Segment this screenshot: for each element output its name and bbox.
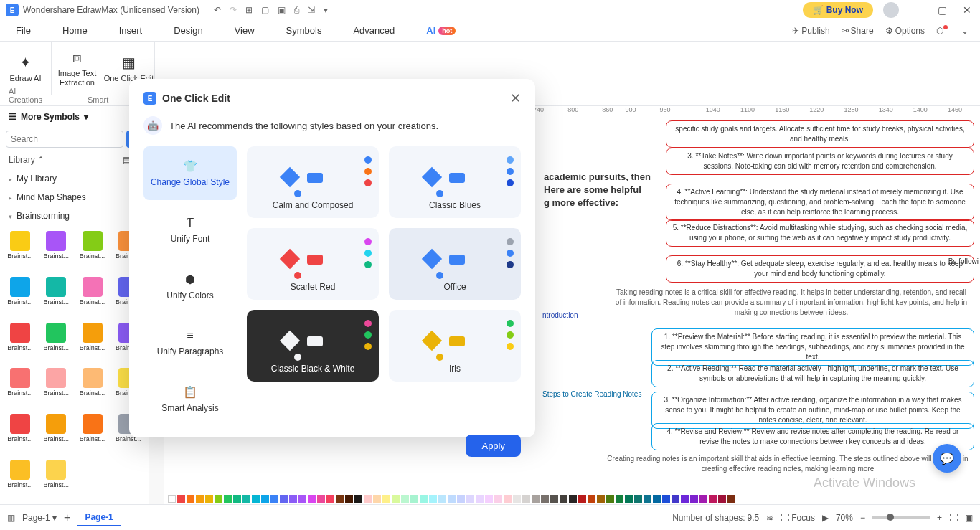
opt-unify-colors[interactable]: ⬢Unify Colors <box>143 260 237 313</box>
color-swatch[interactable] <box>588 495 595 503</box>
layers-icon[interactable]: ≋ <box>766 513 773 523</box>
notifications-icon[interactable]: ⬡ <box>936 26 950 36</box>
color-swatch[interactable] <box>709 495 717 503</box>
shape-item[interactable]: Brainst... <box>39 274 73 318</box>
opt-change-global-style[interactable]: 👕Change Global Style <box>143 146 237 200</box>
red-note-0[interactable]: specific study goals and targets. Alloca… <box>666 120 974 148</box>
menu-view[interactable]: View <box>219 20 270 41</box>
opt-unify-paragraphs[interactable]: ≡Unify Paragraphs <box>143 316 237 369</box>
color-swatch[interactable] <box>625 495 633 503</box>
color-swatch[interactable] <box>326 495 334 503</box>
color-swatch[interactable] <box>298 495 306 503</box>
shape-item[interactable]: Brainst... <box>75 228 110 273</box>
color-swatch[interactable] <box>420 495 428 503</box>
add-page-button[interactable]: + <box>64 511 70 524</box>
fullscreen-icon[interactable]: ▣ <box>965 513 973 523</box>
color-swatch[interactable] <box>457 495 465 503</box>
color-swatch[interactable] <box>270 495 278 503</box>
more-symbols-header[interactable]: ☰ More Symbols▾ <box>0 106 149 128</box>
shape-item[interactable]: Brainst... <box>75 320 110 364</box>
color-swatch[interactable] <box>448 495 456 503</box>
share-button[interactable]: ⚯ Share <box>842 26 874 36</box>
color-swatch[interactable] <box>634 495 642 503</box>
color-swatch[interactable] <box>476 495 484 503</box>
color-swatch[interactable] <box>354 495 362 503</box>
menu-advanced[interactable]: Advanced <box>337 20 410 41</box>
color-swatch[interactable] <box>644 495 651 503</box>
color-swatch[interactable] <box>401 495 409 503</box>
menu-symbols[interactable]: Symbols <box>270 20 338 41</box>
publish-button[interactable]: ✈ Publish <box>792 26 829 36</box>
color-swatch[interactable] <box>513 495 521 503</box>
blue-note-1[interactable]: 2. **Active Reading:** Read the material… <box>651 360 974 387</box>
page-list-icon[interactable]: ▥ <box>7 513 15 523</box>
red-note-1[interactable]: 3. **Take Notes**: Write down important … <box>666 148 974 175</box>
menu-file[interactable]: File <box>0 20 47 41</box>
fit-icon[interactable]: ⛶ <box>949 513 958 523</box>
color-swatch[interactable] <box>606 495 614 503</box>
color-swatch[interactable] <box>308 495 316 503</box>
my-library-item[interactable]: My Library <box>0 169 149 188</box>
color-swatch[interactable] <box>215 495 222 503</box>
shape-item[interactable]: Brainst... <box>75 411 110 455</box>
color-swatch[interactable] <box>364 495 372 503</box>
redo-icon[interactable]: ↷ <box>230 5 237 15</box>
opt-unify-font[interactable]: ƬUnify Font <box>143 203 237 257</box>
no-color-swatch[interactable] <box>168 495 176 503</box>
color-swatch[interactable] <box>727 495 735 503</box>
shape-item[interactable]: Brainst... <box>39 457 73 501</box>
shape-item[interactable]: Brainst... <box>39 365 73 410</box>
color-swatch[interactable] <box>205 495 213 503</box>
shape-item[interactable]: Brainst... <box>75 274 110 318</box>
new-icon[interactable]: ⊞ <box>245 5 253 15</box>
tool-image-text[interactable]: ⧈Image Text Extraction <box>52 42 103 95</box>
page-tab-1[interactable]: Page-1 <box>77 509 120 526</box>
red-note-4[interactable]: 6. **Stay Healthy**: Get adequate sleep,… <box>666 255 974 283</box>
red-note-2[interactable]: 4. **Active Learning**: Understand the s… <box>666 184 974 221</box>
color-swatch[interactable] <box>224 495 232 503</box>
color-swatch[interactable] <box>373 495 381 503</box>
shape-item[interactable]: Brainst... <box>3 411 37 455</box>
page-selector[interactable]: Page-1 ▾ <box>22 513 57 523</box>
style-card-scarlet-red[interactable]: Scarlet Red <box>247 228 379 300</box>
color-swatch[interactable] <box>653 495 661 503</box>
style-card-iris[interactable]: Iris <box>389 310 521 382</box>
color-swatch[interactable] <box>317 495 325 503</box>
print-icon[interactable]: ⎙ <box>294 5 299 15</box>
brainstorming-item[interactable]: Brainstorming <box>0 207 149 225</box>
shape-item[interactable]: Brainst... <box>3 274 37 318</box>
menu-design[interactable]: Design <box>158 20 218 41</box>
color-swatch[interactable] <box>578 495 586 503</box>
shape-item[interactable]: Brainst... <box>3 320 37 364</box>
color-swatch[interactable] <box>233 495 241 503</box>
color-swatch[interactable] <box>336 495 344 503</box>
mindmap-shapes-item[interactable]: Mind Map Shapes <box>0 188 149 207</box>
color-swatch[interactable] <box>532 495 540 503</box>
color-swatch[interactable] <box>252 495 260 503</box>
dialog-close-button[interactable]: ✕ <box>510 90 521 106</box>
zoom-slider[interactable] <box>872 516 930 519</box>
shape-item[interactable]: Brainst... <box>75 365 110 410</box>
play-icon[interactable]: ▶ <box>822 513 829 523</box>
save-icon[interactable]: ▣ <box>278 5 286 15</box>
library-header[interactable]: Library ⌃▤ M <box>0 151 149 169</box>
more-icon[interactable]: ▾ <box>324 5 328 15</box>
color-swatch[interactable] <box>177 495 185 503</box>
color-swatch[interactable] <box>569 495 577 503</box>
shape-item[interactable]: Brainst... <box>39 320 73 364</box>
color-swatch[interactable] <box>672 495 679 503</box>
color-swatch[interactable] <box>718 495 726 503</box>
zoom-out-button[interactable]: − <box>860 513 865 523</box>
color-swatch[interactable] <box>382 495 390 503</box>
color-swatch[interactable] <box>699 495 707 503</box>
style-card-calm-and-composed[interactable]: Calm and Composed <box>247 146 379 218</box>
color-swatch[interactable] <box>289 495 297 503</box>
zoom-in-button[interactable]: + <box>937 513 942 523</box>
user-avatar[interactable] <box>883 2 899 18</box>
shape-item[interactable]: Brainst... <box>39 411 73 455</box>
color-swatch[interactable] <box>466 495 474 503</box>
blue-note-3[interactable]: 4. **Revise and Review:** Review and rev… <box>651 423 974 450</box>
color-swatch[interactable] <box>522 495 530 503</box>
undo-icon[interactable]: ↶ <box>214 5 221 15</box>
style-card-classic-black-white[interactable]: Classic Black & White <box>247 310 379 382</box>
